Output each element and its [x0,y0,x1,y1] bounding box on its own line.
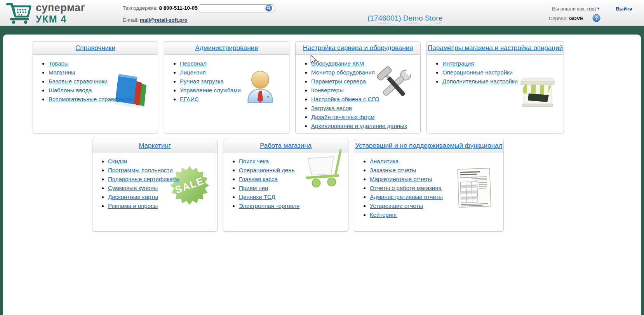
card-administration: АдминистрированиеПерсоналЛицензияРучная … [164,41,289,133]
card-link[interactable]: Маркетинговые отчеты [370,176,432,182]
card-link[interactable]: Базовые справочники [49,78,108,85]
list-item: Оборудование ККМ [311,59,420,68]
card-link[interactable]: Вспомогательные справочники [49,96,132,102]
card-link[interactable]: Программы лояльности [108,167,173,173]
list-item: Электронная торговля [239,201,348,210]
support-phone: 8 800-511-10-05 [159,5,197,11]
server-name: GDVE [569,16,583,21]
user-menu-link[interactable]: root [587,6,596,12]
card-link[interactable]: Шаблоны ввода [49,87,92,93]
card-link[interactable]: Персонал [180,60,207,67]
card-link[interactable]: Конвертеры [311,87,344,93]
chevron-down-icon[interactable]: ▼ [597,7,600,10]
page: супермаг УКМ 4 Техподдержка: 8 800-511-1… [0,0,644,315]
card-link[interactable]: Кейтеринг [370,211,397,218]
card-link[interactable]: Параметры сервера [311,78,366,85]
card-title-link-marketing[interactable]: Маркетинг [139,142,171,149]
list-item: Дизайн печатных форм [311,112,420,121]
card-link[interactable]: Лицензия [180,69,206,76]
card-link[interactable]: Административные отчеты [370,194,443,200]
card-link[interactable]: Оборудование ККМ [311,60,364,67]
card-link[interactable]: Суммовые купоны [108,185,158,191]
logout-link[interactable]: Выйти [616,6,632,12]
list-item: Конвертеры [311,86,420,95]
card-title-link-store-parameters[interactable]: Параметры магазина и настройка операций [428,44,563,52]
email-link[interactable]: mail@retail-soft.pro [140,17,187,23]
list-item: Кейтеринг [370,210,503,219]
card-link[interactable]: Товары [49,60,69,67]
card-header: Параметры магазина и настройка операций [427,42,564,55]
list-item: Скидки [108,157,217,166]
card-link[interactable]: Дисконтные карты [108,194,158,200]
card-header: Администрирование [164,42,289,55]
logo-line1: супермаг [36,3,85,13]
card-link[interactable]: Отчеты о работе магазина [370,185,442,191]
main-panel: СправочникиТоварыМагазиныБазовые справоч… [3,35,641,315]
card-title-link-directories[interactable]: Справочники [75,44,115,52]
list-item: Устаревшие отчеты [370,201,503,210]
list-item: Товары [49,59,158,68]
list-item: Ценники ТСД [239,192,348,201]
search-button[interactable] [265,5,272,12]
card-link[interactable]: Поиск чека [239,158,269,164]
card-title-link-server-and-hardware[interactable]: Настройка сервера и оборудования [303,44,413,52]
list-item: Заказные отчеты [370,166,503,175]
list-item: Отчеты о работе магазина [370,183,503,192]
help-button[interactable]: ? [592,14,600,22]
list-item: Монитор оборудования [311,68,420,77]
card-link[interactable]: Монитор оборудования [311,69,375,76]
card-link[interactable]: Управление службами [180,87,241,93]
card-link[interactable]: Интеграция [442,60,474,67]
card-link[interactable]: Дизайн печатных форм [311,114,374,120]
card-link[interactable]: Скидки [108,158,127,164]
card-link-list: Поиск чекаОперационный деньГлавная касса… [223,157,348,210]
card-link[interactable]: Устаревшие отчеты [370,202,423,209]
list-item: Вспомогательные справочники [49,95,158,104]
list-item: Аналитика [370,157,503,166]
card-legacy-functional: Устаревший и не поддерживаемый функциона… [354,139,504,232]
store-title-link[interactable]: (1746001) Demo Store [367,14,442,23]
search-input[interactable] [197,4,275,12]
card-link[interactable]: Электронная торговля [239,202,299,209]
list-item: Операционные настройки [442,68,564,77]
card-link[interactable]: Дополнительные настройки [442,78,518,85]
card-link[interactable]: Архивирование и удаление данных [311,123,407,129]
email-label: E-mail: [123,17,138,23]
card-link[interactable]: Ручная загрузка [180,78,224,85]
list-item: Параметры сервера [311,77,420,86]
logo-line2: УКМ 4 [36,14,85,24]
card-title-link-administration[interactable]: Администрирование [195,44,258,52]
card-link[interactable]: Ценники ТСД [239,194,275,200]
cards-row-1: СправочникиТоварыМагазиныБазовые справоч… [3,35,641,133]
list-item: Суммовые купоны [108,183,217,192]
card-link[interactable]: Главная касса [239,176,278,182]
logged-in-line: Вы вошли как: root▼ [552,6,600,12]
card-link[interactable]: Операционный день [239,167,294,173]
card-link[interactable]: Реклама и опросы [108,202,158,209]
card-link[interactable]: Подарочные сертификаты [108,176,179,182]
card-link[interactable]: Прием цен [239,185,268,191]
card-link[interactable]: Аналитика [370,158,399,164]
card-link[interactable]: Настройка обмена с СГО [311,96,379,102]
list-item: Дисконтные карты [108,192,217,201]
card-link-list: АналитикаЗаказные отчетыМаркетинговые от… [354,157,503,219]
card-link[interactable]: Магазины [49,69,75,76]
list-item: Настройка обмена с СГО [311,95,420,104]
card-title-link-store-operation[interactable]: Работа магазина [260,142,312,149]
list-item: Программы лояльности [108,166,217,175]
card-link-list: ИнтеграцияОперационные настройкиДополнит… [427,59,564,86]
card-link[interactable]: Операционные настройки [442,69,513,76]
card-link[interactable]: ЕГАИС [180,96,199,102]
logged-in-label: Вы вошли как: [552,6,586,12]
card-link[interactable]: Загрузка весов [311,105,352,111]
list-item: Лицензия [180,68,289,77]
card-link[interactable]: Заказные отчеты [370,167,416,173]
list-item: Базовые справочники [49,77,158,86]
list-item: Прием цен [239,183,348,192]
list-item: Ручная загрузка [180,77,289,86]
card-title-link-legacy-functional[interactable]: Устаревший и не поддерживаемый функциона… [355,142,503,149]
search-icon [265,7,272,13]
list-item: Интеграция [442,59,564,68]
cards-row-2: МаркетингСкидкиПрограммы лояльностиПодар… [3,133,641,232]
list-item: Главная касса [239,175,348,183]
